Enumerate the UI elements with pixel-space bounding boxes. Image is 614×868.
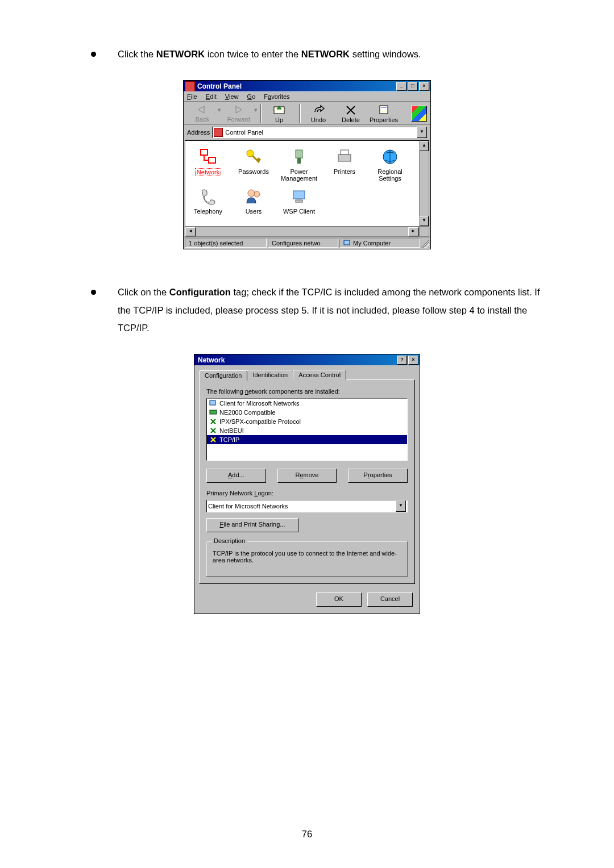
protocol-icon — [209, 427, 217, 435]
menu-go[interactable]: Go — [247, 93, 256, 100]
item-wsp-client[interactable]: WSP Client — [276, 187, 322, 215]
menu-view[interactable]: View — [225, 93, 239, 100]
address-field[interactable]: Control Panel — [212, 127, 417, 138]
address-label: Address — [187, 129, 210, 136]
client-icon — [290, 187, 308, 206]
properties-button[interactable]: Properties — [368, 104, 400, 123]
resize-grip[interactable] — [421, 240, 429, 248]
minimize-button[interactable]: _ — [396, 82, 406, 91]
cancel-button[interactable]: Cancel — [367, 592, 413, 607]
item-label: Telephony — [194, 208, 222, 215]
list-item-selected[interactable]: TCP/IP — [207, 435, 407, 444]
svg-rect-16 — [210, 400, 215, 405]
vertical-scrollbar[interactable]: ▲ ▼ — [419, 141, 429, 226]
windows-logo-icon — [411, 106, 427, 122]
bullet-1: Click the NETWORK icon twice to enter th… — [91, 45, 546, 63]
logon-select[interactable]: Client for Microsoft Networks ▼ — [206, 500, 408, 512]
close-button[interactable]: × — [419, 82, 429, 91]
label: Properties — [370, 116, 398, 123]
item-printers[interactable]: Printers — [322, 148, 367, 182]
components-list[interactable]: Client for Microsoft Networks NE2000 Com… — [206, 398, 408, 461]
control-panel-icon — [214, 128, 223, 137]
content-area: Network Passwords Power Management Print… — [185, 140, 429, 227]
text-bold: Configuration — [169, 287, 231, 297]
svg-point-12 — [254, 191, 260, 197]
item-power[interactable]: Power Management — [276, 148, 322, 182]
menubar: File Edit View Go Favorites — [184, 91, 430, 101]
item-passwords[interactable]: Passwords — [231, 148, 276, 182]
item-label: Regional Settings — [377, 168, 402, 182]
text: setting windows. — [350, 49, 421, 59]
horizontal-scrollbar[interactable]: ◄ ► — [185, 227, 429, 237]
network-dialog: Network ? × Configuration Identification… — [194, 354, 420, 614]
components-label: The following network components are ins… — [206, 388, 408, 395]
up-button[interactable]: Up — [264, 104, 294, 123]
delete-button[interactable]: Delete — [338, 104, 363, 123]
maximize-button[interactable]: □ — [408, 82, 418, 91]
forward-button[interactable]: Forward — [223, 105, 254, 123]
svg-rect-8 — [338, 155, 351, 161]
description-text: TCP/IP is the protocol you use to connec… — [213, 550, 401, 564]
status-location: My Computer — [339, 239, 420, 248]
item-label: Printers — [334, 168, 355, 175]
scroll-down-button[interactable]: ▼ — [420, 216, 429, 226]
list-item[interactable]: Client for Microsoft Networks — [207, 399, 407, 408]
toolbar: Back ▾ Forward ▾ Up Undo Delete — [184, 101, 430, 125]
titlebar: Network ? × — [194, 354, 420, 365]
properties-button[interactable]: Properties — [348, 469, 408, 483]
label: Undo — [311, 116, 326, 123]
list-item[interactable]: NE2000 Compatible — [207, 408, 407, 417]
tab-access-control[interactable]: Access Control — [293, 370, 346, 380]
plug-icon — [290, 148, 308, 166]
scroll-right-button[interactable]: ► — [408, 227, 418, 236]
item-label: Network — [195, 168, 221, 176]
menu-file[interactable]: File — [187, 93, 197, 100]
remove-button[interactable]: Remove — [277, 469, 337, 483]
tab-configuration[interactable]: Configuration — [199, 370, 247, 381]
list-item[interactable]: IPX/SPX-compatible Protocol — [207, 417, 407, 426]
back-button[interactable]: Back — [187, 105, 218, 123]
item-users[interactable]: Users — [231, 187, 276, 215]
svg-point-11 — [248, 190, 255, 197]
separator — [299, 104, 301, 123]
svg-rect-9 — [341, 150, 349, 155]
properties-icon — [377, 104, 390, 115]
text: icon twice to enter the — [205, 49, 301, 59]
close-button[interactable]: × — [408, 356, 418, 365]
svg-rect-17 — [210, 410, 217, 414]
logon-label: Primary Network Logon: — [206, 490, 408, 496]
label: Forward — [227, 116, 250, 123]
protocol-icon — [209, 418, 217, 425]
bullet-dot-icon — [91, 290, 96, 295]
scroll-up-button[interactable]: ▲ — [420, 141, 429, 151]
menu-favorites[interactable]: Favorites — [264, 93, 289, 100]
back-arrow-icon — [196, 105, 209, 115]
menu-edit[interactable]: Edit — [206, 93, 217, 100]
item-network[interactable]: Network — [185, 148, 231, 182]
address-dropdown[interactable]: ▼ — [417, 127, 427, 138]
group-legend: Description — [211, 537, 247, 544]
help-button[interactable]: ? — [397, 356, 407, 365]
bullet-2: Click on the Configuration tag; check if… — [91, 283, 546, 337]
adapter-icon — [209, 408, 217, 416]
tab-identification[interactable]: Identification — [247, 370, 293, 380]
chevron-down-icon[interactable]: ▼ — [396, 500, 406, 512]
undo-button[interactable]: Undo — [303, 104, 334, 123]
text-bold: NETWORK — [156, 49, 205, 59]
item-regional[interactable]: Regional Settings — [367, 148, 413, 182]
scroll-left-button[interactable]: ◄ — [185, 227, 196, 236]
control-panel-window: Control Panel _ □ × File Edit View Go Fa… — [183, 80, 431, 249]
svg-rect-3 — [201, 149, 208, 155]
file-print-sharing-button[interactable]: File and Print Sharing... — [206, 518, 298, 532]
item-telephony[interactable]: Telephony — [185, 187, 231, 215]
separator — [260, 104, 262, 123]
undo-icon — [312, 104, 325, 115]
list-item[interactable]: NetBEUI — [207, 426, 407, 435]
client-icon — [209, 399, 217, 407]
text: Click the — [118, 49, 156, 59]
svg-rect-6 — [296, 150, 302, 158]
ok-button[interactable]: OK — [316, 592, 362, 607]
add-button[interactable]: Add... — [206, 469, 266, 483]
users-icon — [244, 187, 263, 206]
item-label: Passwords — [238, 168, 269, 175]
